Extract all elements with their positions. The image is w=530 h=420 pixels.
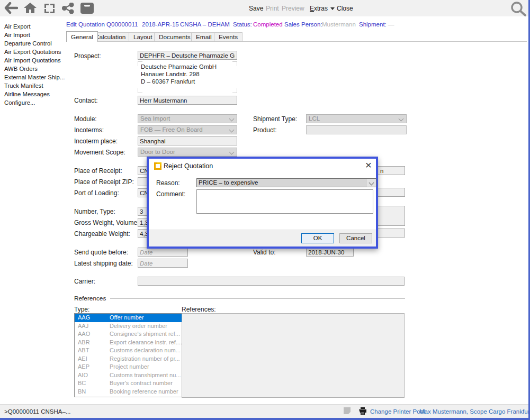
send-quote-before-input[interactable] [138,248,188,257]
send-quote-before-label: Send quote before: [74,249,128,256]
list-item[interactable]: AAGOffer number [75,314,193,322]
reason-dropdown[interactable]: PRICE – to expensive [196,178,376,187]
dropdown-button[interactable] [366,179,376,187]
movement-scope-value: Door to Door [140,149,175,155]
user-info[interactable]: Max Mustermann, Scope Cargo Frankfurt [S… [419,408,530,415]
comment-textarea[interactable] [196,189,373,214]
movement-scope-label: Movement Scope: [74,149,125,156]
route: CNSHA – DEHAM [180,21,230,28]
list-item[interactable]: ABTCustoms declaration num... [75,346,193,355]
chargeable-weight-label: Chargeable Weight: [74,230,130,238]
type-label: Type: [74,306,89,313]
list-item[interactable]: AAJDelivery order number [75,322,193,331]
quotation-date: 2018-APR-15 [142,21,179,28]
status-bar: >Q00000011 CNSHA–... Change Printer Pool… [0,404,528,418]
change-printer-pool-link[interactable]: Change Printer Pool [370,408,425,415]
list-item[interactable]: AAOConsignee's shipment ref... [75,330,193,339]
valid-to-input[interactable] [306,248,354,257]
inbox-icon[interactable] [80,2,94,16]
share-icon[interactable] [62,3,74,16]
references-section-heading: References [74,295,405,302]
sidebar-item-configure[interactable]: Configure... [4,99,35,106]
sidebar-item-air-export-quotations[interactable]: Air Export Quotations [4,49,61,55]
reason-value: PRICE – to expensive [199,179,258,186]
incoterms-value: FOB — Free On Board [140,126,203,133]
menu-save[interactable]: Save [249,5,263,12]
tab-strip-line [66,41,527,42]
prospect-address-frame: Deutsche Pharmazie GmbH Hanauer Landstr.… [138,61,237,93]
references-list-label: References: [182,306,216,313]
ok-button[interactable]: OK [301,233,334,243]
shipment-type-value: LCL [309,115,320,122]
list-item[interactable]: AEIRegistration number of pr... [75,355,193,363]
menu-extras[interactable]: Extras [310,5,335,12]
references-value-box [182,313,405,398]
tab-email[interactable]: Email [191,32,217,42]
list-item[interactable]: AEPProject number [75,363,193,371]
module-value: Sea Import [140,115,170,122]
close-icon[interactable]: × [365,159,372,171]
prospect-input[interactable] [138,51,237,60]
printer-icon[interactable] [358,407,367,417]
chevron-down-icon [229,150,235,155]
shipment-label: Shipment: [359,21,387,28]
sidebar-item-air-import-quotations[interactable]: Air Import Quotations [4,57,61,63]
carrier-input[interactable] [138,277,405,286]
extras-caret-icon [330,7,335,10]
address-line-1: Deutsche Pharmazie GmbH [141,63,217,70]
sidebar-item-external-master[interactable]: External Master Ship... [4,74,65,80]
back-icon[interactable] [4,2,18,16]
tab-general[interactable]: General [66,31,98,42]
contact-label: Contact: [74,97,98,104]
place-of-receipt-label: Place of Receipt: [74,167,122,175]
incoterm-place-input[interactable] [138,136,237,145]
sidebar-item-air-import[interactable]: Air Import [4,32,30,38]
menu-close[interactable]: Close [337,5,353,12]
address-line-2: Hanauer Landstr. 298 [141,71,200,77]
list-item[interactable]: AIOCustoms transhipment nu... [75,371,193,380]
number-type-label: Number, Type: [74,208,115,215]
sales-person-label: Sales Person: [284,21,322,28]
movement-scope-select: Door to Door [138,148,237,157]
list-item[interactable]: BNBooking reference number [75,388,193,396]
tab-events[interactable]: Events [214,32,242,42]
list-item[interactable]: ABRExport clearance instr. ref.... [75,339,193,347]
fullscreen-corners-icon[interactable] [44,4,55,13]
section-rule [110,298,405,299]
sales-person-value: Mustermann [322,21,356,28]
incoterms-label: Incoterms: [74,126,104,134]
chevron-down-icon [399,116,404,122]
reject-quotation-dialog: Reject Quotation × Reason: PRICE – to ex… [147,157,378,249]
page-title: Edit Quotation Q00000011 [66,21,138,28]
list-item[interactable]: BCBuyer's contract number [75,379,193,388]
sidebar-item-truck-manifest[interactable]: Truck Manifest [4,83,43,89]
sidebar-item-air-export[interactable]: Air Export [4,23,31,30]
cancel-button[interactable]: Cancel [339,233,372,243]
sidebar-item-departure-control[interactable]: Departure Control [4,40,52,47]
reference-type-listbox: AAGOffer number AAJDelivery order number… [74,313,194,397]
shipment-type-label: Shipment Type: [253,115,297,123]
sidebar-item-awb-orders[interactable]: AWB Orders [4,66,38,72]
tab-documents[interactable]: Documents [154,32,195,42]
incoterm-place-label: Incoterm place: [74,138,118,145]
latest-shipping-date-label: Latest shipping date: [74,260,133,267]
chevron-down-icon [229,116,235,122]
incoterms-select: FOB — Free On Board [138,125,237,134]
toolbar: Save Print Preview Extras Close [0,0,530,16]
latest-shipping-date-input[interactable] [138,259,188,268]
document-tab[interactable]: >Q00000011 CNSHA–... [4,408,70,415]
home-icon[interactable] [23,2,37,16]
shipment-type-select: LCL [306,114,407,123]
comment-label: Comment: [156,190,185,198]
address-line-3: D – 60367 Frankfurt [141,78,195,85]
extras-rest: xtras [314,5,328,12]
place-of-delivery-fragment: n [380,168,383,174]
sidebar-item-airline-messages[interactable]: Airline Messages [4,91,50,97]
contact-input[interactable] [138,96,237,105]
tab-layout[interactable]: Layout [129,32,157,42]
search-icon[interactable] [509,1,527,19]
status-badge: Completed [253,21,283,28]
reason-label: Reason: [156,179,180,187]
note-icon[interactable] [344,407,351,414]
place-of-receipt-zip-label: Place of Receipt ZIP: [74,178,134,186]
